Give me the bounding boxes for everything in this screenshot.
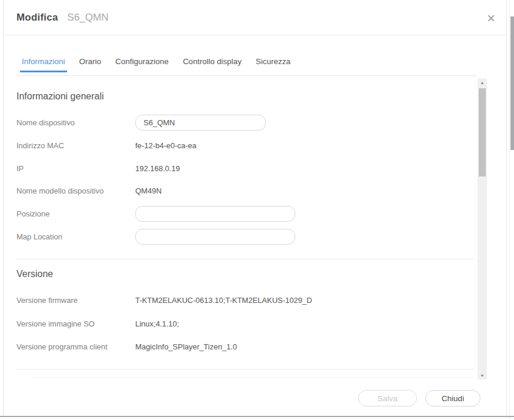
scroll-area: Informazioni generali Nome dispositivo I… <box>4 78 478 379</box>
tabs-divider <box>16 75 476 76</box>
ip-label: IP <box>16 164 135 173</box>
tab-controllo-display[interactable]: Controllo display <box>181 57 243 72</box>
screen: Modifica S6_QMN × Informazioni Orario Co… <box>0 0 514 420</box>
row-map-location: Map Location <box>16 225 474 248</box>
firmware-version-label: Versione firmware <box>16 296 135 305</box>
save-button[interactable]: Salva <box>358 390 417 406</box>
ip-value: 192.168.0.19 <box>135 164 180 173</box>
edit-device-modal: Modifica S6_QMN × Informazioni Orario Co… <box>3 0 507 416</box>
position-input[interactable] <box>135 206 295 222</box>
close-button[interactable]: Chiudi <box>425 390 480 406</box>
close-icon[interactable]: × <box>483 10 499 26</box>
position-label: Posizione <box>16 209 135 218</box>
modal-header: Modifica S6_QMN <box>4 0 506 35</box>
device-name-label: Nome dispositivo <box>16 118 135 127</box>
tab-orario[interactable]: Orario <box>78 57 104 72</box>
row-device-name: Nome dispositivo <box>16 111 474 134</box>
model-name-label: Nome modello dispositivo <box>16 186 135 195</box>
tab-informazioni[interactable]: Informazioni <box>20 57 67 72</box>
device-name-input[interactable] <box>135 115 266 131</box>
firmware-version-value: T-KTM2ELAKUC-0613.10;T-KTM2ELAKUS-1029_D <box>135 296 312 305</box>
row-client-version: Versione programma client MagicInfo_SPla… <box>16 335 474 358</box>
modal-scrollbar[interactable]: ▲ ▼ <box>478 78 487 379</box>
mac-address-value: fe-12-b4-e0-ca-ea <box>135 141 196 150</box>
tab-sicurezza[interactable]: Sicurezza <box>254 57 292 72</box>
row-model-name: Nome modello dispositivo QM49N <box>16 179 474 202</box>
section-title-version: Versione <box>16 269 53 279</box>
scroll-down-icon[interactable]: ▼ <box>478 371 487 379</box>
scrollbar-thumb[interactable] <box>479 88 486 176</box>
browser-scrollbar[interactable] <box>509 0 514 420</box>
window-bottom-edge <box>0 416 514 417</box>
modal-title: Modifica <box>16 12 58 24</box>
row-firmware-version: Versione firmware T-KTM2ELAKUC-0613.10;T… <box>16 289 474 312</box>
row-ip: IP 192.168.0.19 <box>16 157 474 180</box>
section-divider <box>16 369 474 369</box>
model-name-value: QM49N <box>135 186 162 195</box>
tab-bar: Informazioni Orario Configurazione Contr… <box>20 57 292 72</box>
map-location-label: Map Location <box>16 232 135 241</box>
os-image-version-label: Versione immagine SO <box>16 319 135 328</box>
mac-address-label: Indirizzo MAC <box>16 141 135 150</box>
row-position: Posizione <box>16 202 474 225</box>
client-version-value: MagicInfo_SPlayer_Tizen_1.0 <box>135 342 237 351</box>
row-os-image-version: Versione immagine SO Linux;4.1.10; <box>16 312 474 335</box>
scroll-up-icon[interactable]: ▲ <box>478 78 487 86</box>
client-version-label: Versione programma client <box>16 342 135 351</box>
modal-device-name: S6_QMN <box>68 12 109 24</box>
os-image-version-value: Linux;4.1.10; <box>135 319 179 328</box>
browser-scrollbar-thumb[interactable] <box>510 16 514 150</box>
section-divider-partial <box>31 377 474 378</box>
section-divider <box>16 259 474 259</box>
map-location-input[interactable] <box>135 229 295 245</box>
row-mac-address: Indirizzo MAC fe-12-b4-e0-ca-ea <box>16 134 474 157</box>
tab-configurazione[interactable]: Configurazione <box>114 57 171 72</box>
section-title-general: Informazioni generali <box>16 91 104 102</box>
